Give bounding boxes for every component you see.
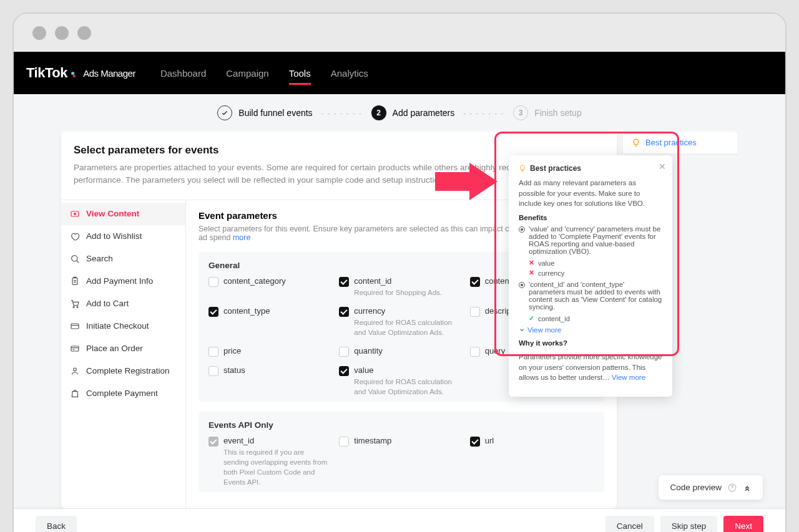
checkbox-currency[interactable] <box>339 307 349 317</box>
param-hint: Required for ROAS calculation and Value … <box>354 317 460 337</box>
event-item-add-payment-info[interactable]: Add Payment Info <box>61 270 185 293</box>
param-section-customer-information-parameters: Customer information parameters <box>199 502 604 508</box>
event-item-initiate-checkout[interactable]: Initiate Checkout <box>61 315 185 337</box>
checkbox-content_type[interactable] <box>208 307 218 317</box>
checkbox-content_id[interactable] <box>339 277 349 287</box>
code-preview-label: Code preview <box>670 483 722 492</box>
brand-logo-text: TikTok <box>26 65 67 81</box>
event-item-view-content[interactable]: View Content <box>61 203 185 225</box>
content-area: Select parameters for events Parameters … <box>14 132 785 508</box>
svg-point-1 <box>74 213 76 215</box>
back-button[interactable]: Back <box>36 516 77 533</box>
popup-bullet: 'content_id' and 'content_type' paramete… <box>519 281 662 311</box>
param-label: quantity <box>354 346 383 355</box>
nav-item-analytics[interactable]: Analytics <box>331 54 368 92</box>
sub-item-text: currency <box>538 269 564 277</box>
step-circle: 3 <box>513 105 528 120</box>
param-quantity: quantity <box>339 346 463 357</box>
next-button[interactable]: Next <box>723 516 763 533</box>
heart-icon <box>70 231 80 241</box>
step-separator: - - - - - - - <box>463 110 504 117</box>
param-label-wrap: content_idRequired for Shopping Ads. <box>354 276 442 297</box>
top-navbar: TikTok ●● Ads Manager DashboardCampaignT… <box>14 52 785 94</box>
param-content_id: content_idRequired for Shopping Ads. <box>339 276 463 297</box>
checkbox-content_name[interactable] <box>470 277 480 287</box>
skip-step-button[interactable]: Skip step <box>660 516 718 533</box>
param-label: timestamp <box>354 436 391 445</box>
checkbox-query[interactable] <box>470 347 480 357</box>
param-label: event_id <box>223 436 330 445</box>
bullet-text: 'value' and 'currency' parameters must b… <box>529 225 662 255</box>
traffic-light-minimize[interactable] <box>55 26 69 40</box>
section-title: Events API Only <box>208 420 594 430</box>
svg-point-2 <box>72 255 77 261</box>
event-item-add-to-wishlist[interactable]: Add to Wishlist <box>61 225 185 248</box>
param-label-wrap: valueRequired for ROAS calculation and V… <box>354 365 460 397</box>
param-value: valueRequired for ROAS calculation and V… <box>339 365 463 397</box>
param-content_type: content_type <box>208 306 333 337</box>
search-icon <box>70 254 80 264</box>
checkbox-content_category[interactable] <box>208 277 218 287</box>
event-item-place-an-order[interactable]: Place an Order <box>61 337 185 360</box>
popup-close-button[interactable]: ✕ <box>659 162 666 172</box>
popup-sub-items: ✓content_id <box>529 314 662 322</box>
event-item-complete-payment[interactable]: Complete Payment <box>61 382 185 405</box>
app-window: TikTok ●● Ads Manager DashboardCampaignT… <box>12 12 787 532</box>
popup-sub-item: ✕currency <box>529 269 662 277</box>
nav-items: DashboardCampaignToolsAnalytics <box>160 54 368 92</box>
popup-intro: Add as many relevant parameters as possi… <box>519 178 662 209</box>
bullet-dot-icon <box>519 226 525 233</box>
traffic-light-zoom[interactable] <box>77 26 91 40</box>
event-item-label: Complete Registration <box>86 366 170 375</box>
help-icon <box>728 483 737 492</box>
panel-title: Select parameters for events <box>74 144 604 157</box>
event-item-label: Complete Payment <box>86 389 158 398</box>
param-label-wrap: status <box>223 365 245 375</box>
param-label-wrap: content_type <box>223 306 270 316</box>
cancel-button[interactable]: Cancel <box>605 516 654 533</box>
checkbox-url[interactable] <box>470 437 480 447</box>
nav-item-campaign[interactable]: Campaign <box>226 54 268 92</box>
event-item-search[interactable]: Search <box>61 248 185 270</box>
lightbulb-icon <box>632 138 640 147</box>
popup-why-heading: Why it works? <box>519 339 662 347</box>
param-label-wrap: content_category <box>223 276 286 286</box>
event-item-label: Add Payment Info <box>86 276 153 286</box>
popup-why-link[interactable]: View more <box>612 372 645 383</box>
best-practices-tab[interactable]: Best practices <box>623 132 738 153</box>
step-circle <box>217 105 232 120</box>
event-item-label: Add to Cart <box>86 299 129 308</box>
event-item-add-to-cart[interactable]: Add to Cart <box>61 293 185 315</box>
param-label-wrap: timestamp <box>354 436 391 445</box>
checkbox-value[interactable] <box>339 366 349 376</box>
sub-item-text: content_id <box>538 315 570 322</box>
param-section-events-api-only: Events API Onlyevent_idThis is required … <box>199 412 604 492</box>
param-label: content_id <box>354 276 442 286</box>
nav-item-tools[interactable]: Tools <box>289 54 311 92</box>
checkbox-price[interactable] <box>208 347 218 357</box>
step-label: Finish setup <box>534 108 581 118</box>
popup-sub-item: ✓content_id <box>529 314 662 322</box>
code-preview-toggle[interactable]: Code preview <box>659 475 763 500</box>
checkbox-description[interactable] <box>470 307 480 317</box>
traffic-light-close[interactable] <box>32 26 46 40</box>
nav-item-dashboard[interactable]: Dashboard <box>160 54 206 92</box>
cart-icon <box>70 299 80 309</box>
popup-view-more-link[interactable]: View more <box>519 326 561 334</box>
param-label-wrap: price <box>223 346 241 355</box>
checkbox-quantity[interactable] <box>339 347 349 357</box>
checkbox-timestamp[interactable] <box>339 437 349 447</box>
checkbox-status[interactable] <box>208 366 218 376</box>
param-label-wrap: query <box>485 346 506 355</box>
event-item-complete-registration[interactable]: Complete Registration <box>61 360 185 382</box>
svg-point-4 <box>73 306 74 307</box>
param-label: status <box>223 365 245 375</box>
param-hint: This is required if you are sending over… <box>223 447 330 487</box>
param-event_id: event_idThis is required if you are send… <box>208 436 333 487</box>
event-parameters-more-link[interactable]: more <box>233 233 250 242</box>
param-label-wrap: event_idThis is required if you are send… <box>223 436 330 487</box>
param-currency: currencyRequired for ROAS calculation an… <box>339 306 463 337</box>
popup-view-more-text: View more <box>527 326 561 334</box>
event-list: View ContentAdd to WishlistSearchAdd Pay… <box>61 200 186 509</box>
bullet-dot-icon <box>519 282 525 288</box>
